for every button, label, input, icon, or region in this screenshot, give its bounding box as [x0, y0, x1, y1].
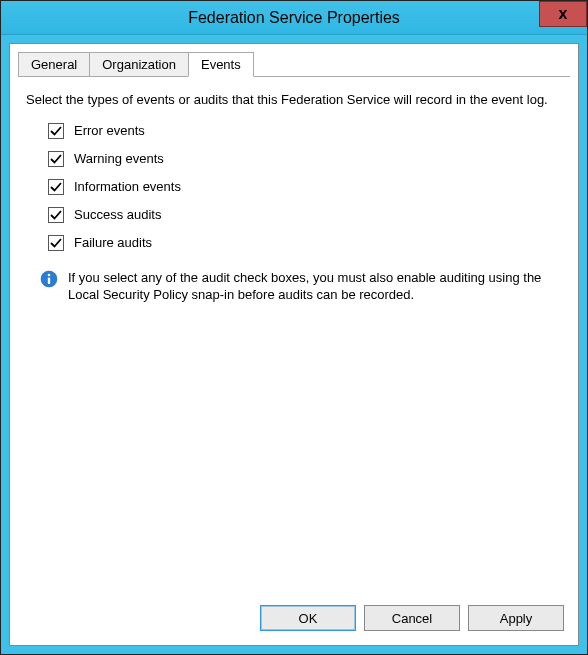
- svg-point-1: [48, 273, 51, 276]
- check-icon: [50, 125, 62, 137]
- checkbox-error-events[interactable]: [48, 123, 64, 139]
- check-icon: [50, 181, 62, 193]
- check-row-failure-audits: Failure audits: [48, 235, 562, 251]
- checkbox-success-audits[interactable]: [48, 207, 64, 223]
- tab-strip: General Organization Events: [10, 44, 578, 77]
- tab-underline: [18, 76, 570, 77]
- window-title: Federation Service Properties: [1, 9, 587, 27]
- cancel-button[interactable]: Cancel: [364, 605, 460, 631]
- check-row-information-events: Information events: [48, 179, 562, 195]
- check-row-warning-events: Warning events: [48, 151, 562, 167]
- tab-content-events: Select the types of events or audits tha…: [10, 77, 578, 593]
- intro-text: Select the types of events or audits tha…: [26, 91, 562, 109]
- checkbox-label: Information events: [74, 179, 181, 194]
- ok-button[interactable]: OK: [260, 605, 356, 631]
- tab-events[interactable]: Events: [188, 52, 254, 77]
- dialog-body: General Organization Events Select the t…: [9, 43, 579, 646]
- event-checklist: Error events Warning events Information …: [26, 123, 562, 263]
- checkbox-warning-events[interactable]: [48, 151, 64, 167]
- client-area: General Organization Events Select the t…: [1, 35, 587, 654]
- check-icon: [50, 237, 62, 249]
- svg-rect-2: [48, 277, 50, 284]
- button-row: OK Cancel Apply: [10, 593, 578, 645]
- info-icon: [40, 270, 58, 288]
- info-row: If you select any of the audit check box…: [26, 269, 562, 304]
- dialog-window: Federation Service Properties x General …: [0, 0, 588, 655]
- apply-button[interactable]: Apply: [468, 605, 564, 631]
- info-text: If you select any of the audit check box…: [68, 269, 562, 304]
- checkbox-label: Error events: [74, 123, 145, 138]
- checkbox-information-events[interactable]: [48, 179, 64, 195]
- check-icon: [50, 209, 62, 221]
- check-row-success-audits: Success audits: [48, 207, 562, 223]
- tab-organization[interactable]: Organization: [89, 52, 189, 77]
- checkbox-label: Success audits: [74, 207, 161, 222]
- close-icon: x: [559, 5, 568, 23]
- close-button[interactable]: x: [539, 1, 587, 27]
- check-icon: [50, 153, 62, 165]
- checkbox-failure-audits[interactable]: [48, 235, 64, 251]
- tab-general[interactable]: General: [18, 52, 90, 77]
- checkbox-label: Failure audits: [74, 235, 152, 250]
- titlebar: Federation Service Properties x: [1, 1, 587, 35]
- check-row-error-events: Error events: [48, 123, 562, 139]
- checkbox-label: Warning events: [74, 151, 164, 166]
